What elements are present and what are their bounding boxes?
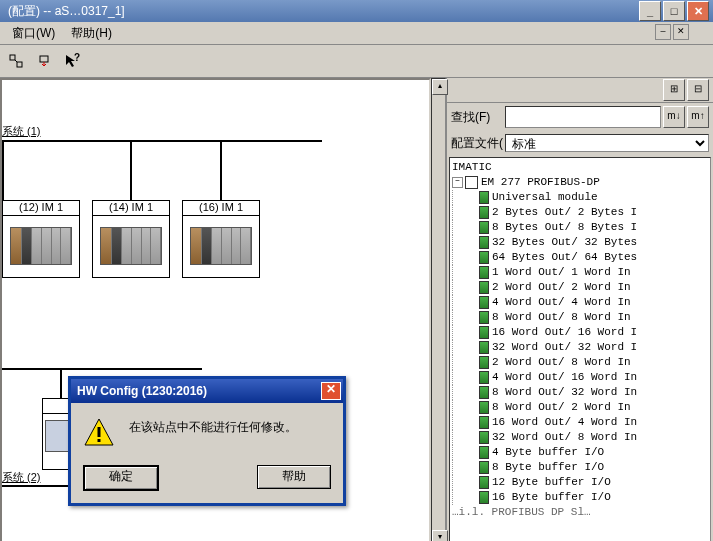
tree-item[interactable]: 2 Bytes Out/ 2 Bytes I xyxy=(452,205,708,220)
module-icon xyxy=(479,236,489,249)
tree-item[interactable]: 32 Word Out/ 32 Word I xyxy=(452,340,708,355)
workspace: 系统 (1) (12) IM 1 (14) IM 1 (16) IM 1 系统 … xyxy=(0,78,713,541)
tree-item[interactable]: 2 Word Out/ 8 Word In xyxy=(452,355,708,370)
svg-rect-5 xyxy=(98,427,101,437)
module-icon xyxy=(479,356,489,369)
search-input[interactable] xyxy=(505,106,661,128)
catalog-panel: ⊞ ⊟ 查找(F) m↓ m↑ 配置文件( 标准 IMATIC –EM 277 … xyxy=(446,78,713,541)
module-icon xyxy=(479,311,489,324)
search-down-button[interactable]: m↓ xyxy=(663,106,685,128)
node-16[interactable]: (16) IM 1 xyxy=(182,200,260,278)
search-up-button[interactable]: m↑ xyxy=(687,106,709,128)
device-icon xyxy=(465,176,478,189)
warning-icon xyxy=(83,417,115,449)
mdi-close-button[interactable]: ✕ xyxy=(673,24,689,40)
tree-item[interactable]: 1 Word Out/ 1 Word In xyxy=(452,265,708,280)
mdi-min-button[interactable]: – xyxy=(655,24,671,40)
module-icon xyxy=(479,341,489,354)
rack-icon xyxy=(190,227,252,265)
dialog-close-button[interactable]: ✕ xyxy=(321,382,341,400)
panel-tool-1[interactable]: ⊞ xyxy=(663,79,685,101)
bus-line-1 xyxy=(2,140,322,142)
system-label-1: 系统 (1) xyxy=(2,124,41,139)
svg-rect-6 xyxy=(98,439,101,442)
tree-device[interactable]: –EM 277 PROFIBUS-DP xyxy=(452,175,708,190)
window-title-bar: (配置) -- aS…0317_1] _ □ ✕ xyxy=(0,0,713,22)
system-label-2: 系统 (2) xyxy=(2,470,41,485)
scroll-down-button[interactable]: ▾ xyxy=(432,530,448,541)
svg-rect-0 xyxy=(10,55,15,60)
tree-item[interactable]: 8 Word Out/ 2 Word In xyxy=(452,400,708,415)
toolbar: ? xyxy=(0,45,713,78)
search-row: 查找(F) m↓ m↑ xyxy=(447,103,713,131)
profile-row: 配置文件( 标准 xyxy=(447,131,713,155)
module-icon xyxy=(479,371,489,384)
menu-help[interactable]: 帮助(H) xyxy=(63,23,120,44)
svg-line-2 xyxy=(15,60,17,62)
mdi-child-buttons: – ✕ xyxy=(655,24,689,40)
node-12[interactable]: (12) IM 1 xyxy=(2,200,80,278)
module-icon xyxy=(479,491,489,504)
dialog-title-bar[interactable]: HW Config (1230:2016) ✕ xyxy=(71,379,343,403)
module-icon xyxy=(479,401,489,414)
module-icon xyxy=(479,431,489,444)
node-14-head: (14) IM 1 xyxy=(93,201,169,216)
module-icon xyxy=(479,206,489,219)
tree-item[interactable]: 32 Word Out/ 8 Word In xyxy=(452,430,708,445)
drop-14 xyxy=(130,140,132,200)
menu-window[interactable]: 窗口(W) xyxy=(4,23,63,44)
catalog-tree[interactable]: IMATIC –EM 277 PROFIBUS-DP Universal mod… xyxy=(449,157,711,541)
node-16-head: (16) IM 1 xyxy=(183,201,259,216)
tree-footer: …i.l. PROFIBUS DP Sl… xyxy=(452,505,708,520)
tool-button-help[interactable]: ? xyxy=(60,49,84,73)
minimize-button[interactable]: _ xyxy=(639,1,661,21)
rack-icon xyxy=(10,227,72,265)
tree-item[interactable]: 12 Byte buffer I/O xyxy=(452,475,708,490)
profile-label: 配置文件( xyxy=(451,135,503,152)
search-label: 查找(F) xyxy=(451,109,503,126)
profile-select[interactable]: 标准 xyxy=(505,134,709,152)
close-button[interactable]: ✕ xyxy=(687,1,709,21)
tool-button-1[interactable] xyxy=(4,49,28,73)
tool-button-2[interactable] xyxy=(32,49,56,73)
tree-item[interactable]: 8 Byte buffer I/O xyxy=(452,460,708,475)
tree-item[interactable]: 8 Bytes Out/ 8 Bytes I xyxy=(452,220,708,235)
module-icon xyxy=(479,416,489,429)
module-icon xyxy=(479,266,489,279)
tree-item[interactable]: Universal module xyxy=(452,190,708,205)
dialog-title: HW Config (1230:2016) xyxy=(77,384,207,398)
maximize-button[interactable]: □ xyxy=(663,1,685,21)
module-icon xyxy=(479,386,489,399)
diagram-canvas[interactable]: 系统 (1) (12) IM 1 (14) IM 1 (16) IM 1 系统 … xyxy=(0,78,431,541)
tree-item[interactable]: 64 Bytes Out/ 64 Bytes xyxy=(452,250,708,265)
download-icon xyxy=(37,54,51,68)
module-icon xyxy=(479,476,489,489)
module-icon xyxy=(479,251,489,264)
module-icon xyxy=(479,221,489,234)
drop-16 xyxy=(220,140,222,200)
tree-item[interactable]: 8 Word Out/ 8 Word In xyxy=(452,310,708,325)
dialog-message: 在该站点中不能进行任何修改。 xyxy=(129,417,297,436)
tree-item[interactable]: 32 Bytes Out/ 32 Bytes xyxy=(452,235,708,250)
tree-root[interactable]: IMATIC xyxy=(452,160,708,175)
panel-tool-2[interactable]: ⊟ xyxy=(687,79,709,101)
tree-item[interactable]: 4 Word Out/ 4 Word In xyxy=(452,295,708,310)
dialog-ok-button[interactable]: 确定 xyxy=(83,465,159,491)
network-icon xyxy=(9,54,23,68)
tree-item[interactable]: 2 Word Out/ 2 Word In xyxy=(452,280,708,295)
scroll-up-button[interactable]: ▴ xyxy=(432,79,448,95)
menu-bar: 窗口(W) 帮助(H) – ✕ xyxy=(0,22,713,45)
tree-item[interactable]: 4 Word Out/ 16 Word In xyxy=(452,370,708,385)
tree-item[interactable]: 16 Byte buffer I/O xyxy=(452,490,708,505)
drop-12 xyxy=(2,140,4,200)
node-14[interactable]: (14) IM 1 xyxy=(92,200,170,278)
bus-line-3 xyxy=(2,485,68,487)
tree-item[interactable]: 4 Byte buffer I/O xyxy=(452,445,708,460)
canvas-vscroll[interactable]: ▴ ▾ xyxy=(431,78,446,541)
tree-item[interactable]: 16 Word Out/ 4 Word In xyxy=(452,415,708,430)
bus-line-2 xyxy=(2,368,202,370)
tree-item[interactable]: 8 Word Out/ 32 Word In xyxy=(452,385,708,400)
dialog-help-button[interactable]: 帮助 xyxy=(257,465,331,489)
module-icon xyxy=(479,296,489,309)
tree-item[interactable]: 16 Word Out/ 16 Word I xyxy=(452,325,708,340)
